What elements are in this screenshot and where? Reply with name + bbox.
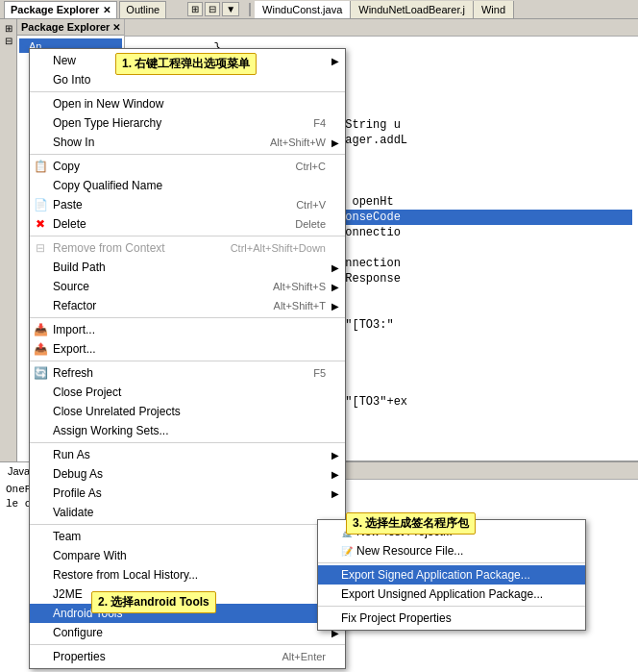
menu-item-open-new-window-label: Open in New Window	[53, 97, 163, 111]
menu-item-team[interactable]: Team ▶	[30, 527, 345, 546]
menu-item-android-tools[interactable]: Android Tools ▶	[30, 604, 345, 623]
submenu-arrow-profile-as: ▶	[331, 488, 339, 499]
submenu-arrow-new: ▶	[331, 56, 339, 66]
toolbar-btn-3[interactable]: ▼	[222, 2, 239, 16]
outline-tab-label: Outline	[126, 4, 160, 15]
submenu-arrow-refactor: ▶	[331, 301, 339, 311]
tab-wind-label: Wind	[481, 4, 505, 15]
menu-item-export-label: Export...	[53, 342, 96, 356]
new-resource-file-icon: 📝	[341, 546, 353, 557]
submenu-item-fix-project[interactable]: Fix Project Properties	[318, 609, 585, 628]
menu-item-remove-context[interactable]: ⊟ Remove from Context Ctrl+Alt+Shift+Dow…	[30, 238, 345, 258]
menu-item-properties[interactable]: Properties Alt+Enter	[30, 647, 345, 666]
separator-v	[249, 3, 251, 16]
menu-item-android-tools-label: Android Tools	[53, 607, 123, 620]
menu-item-copy[interactable]: 📋 Copy Ctrl+C	[30, 157, 345, 176]
android-tools-submenu[interactable]: 🔬 New Test Project... 📝 New Resource Fil…	[317, 519, 586, 631]
menu-item-properties-label: Properties	[53, 650, 106, 663]
menu-item-delete-label: Delete	[53, 217, 86, 231]
submenu-item-fix-project-label: Fix Project Properties	[341, 611, 452, 625]
menu-item-assign-working-sets-label: Assign Working Sets...	[53, 424, 169, 437]
menu-item-validate[interactable]: Validate	[30, 503, 345, 522]
menu-item-delete[interactable]: ✖ Delete Delete	[30, 214, 345, 234]
toolbar-icons: ⊞ ⊟ ▼	[187, 2, 239, 16]
menu-item-source[interactable]: Source Alt+Shift+S ▶	[30, 277, 345, 296]
menu-item-open-type-hierarchy[interactable]: Open Type Hierarchy F4	[30, 113, 345, 133]
export-icon: 📤	[32, 342, 49, 356]
menu-item-remove-context-label: Remove from Context	[53, 241, 165, 255]
submenu-item-new-resource-file[interactable]: 📝 New Resource File...	[318, 541, 585, 560]
left-side-icons: ⊞ ⊟	[0, 19, 17, 461]
menu-item-export[interactable]: 📤 Export...	[30, 339, 345, 359]
shortcut-refactor: Alt+Shift+T	[255, 300, 326, 311]
menu-item-compare-with[interactable]: Compare With ▶	[30, 546, 345, 565]
menu-item-show-in[interactable]: Show In Alt+Shift+W ▶	[30, 133, 345, 152]
tab-windunet-label: WinduNetLoadBearer.j	[358, 4, 465, 15]
context-menu[interactable]: New ▶ Go Into Open in New Window Open Ty…	[29, 48, 346, 669]
menu-item-assign-working-sets[interactable]: Assign Working Sets...	[30, 421, 345, 440]
separator-8	[30, 644, 345, 645]
menu-item-gointo[interactable]: Go Into	[30, 70, 345, 89]
menu-item-debug-as-label: Debug As	[53, 467, 103, 481]
menu-item-open-new-window[interactable]: Open in New Window	[30, 94, 345, 113]
expand-icon[interactable]: ⊟	[5, 36, 12, 46]
shortcut-properties: Alt+Enter	[262, 651, 326, 662]
menu-item-validate-label: Validate	[53, 506, 93, 519]
toolbar-btn-1[interactable]: ⊞	[187, 2, 203, 16]
shortcut-f4: F4	[294, 117, 326, 129]
tab-winduconst[interactable]: WinduConst.java	[255, 1, 351, 18]
top-toolbar: Package Explorer ✕ Outline ⊞ ⊟ ▼ WinduCo…	[0, 0, 638, 19]
menu-item-open-type-hierarchy-label: Open Type Hierarchy	[53, 116, 161, 130]
menu-item-paste-label: Paste	[53, 198, 83, 212]
explorer-close-icon[interactable]: ✕	[112, 22, 120, 33]
menu-item-debug-as[interactable]: Debug As ▶	[30, 464, 345, 484]
submenu-item-export-unsigned[interactable]: Export Unsigned Application Package...	[318, 585, 585, 604]
submenu-item-export-signed-label: Export Signed Application Package...	[341, 568, 530, 582]
menu-item-refactor[interactable]: Refactor Alt+Shift+T ▶	[30, 296, 345, 315]
copy-icon: 📋	[32, 160, 49, 173]
menu-item-import[interactable]: 📥 Import...	[30, 320, 345, 339]
menu-item-compare-with-label: Compare With	[53, 549, 127, 562]
menu-item-run-as[interactable]: Run As ▶	[30, 445, 345, 464]
menu-item-copy-qualified[interactable]: Copy Qualified Name	[30, 176, 345, 195]
menu-item-source-label: Source	[53, 280, 89, 293]
menu-item-build-path[interactable]: Build Path ▶	[30, 258, 345, 277]
explorer-title: Package Explorer	[21, 21, 110, 33]
menu-item-new[interactable]: New ▶	[30, 51, 345, 70]
menu-item-configure[interactable]: Configure ▶	[30, 623, 345, 642]
menu-item-import-label: Import...	[53, 323, 95, 336]
menu-item-refresh[interactable]: 🔄 Refresh F5	[30, 363, 345, 383]
tab-package-explorer[interactable]: Package Explorer ✕	[4, 1, 117, 18]
delete-icon: ✖	[32, 217, 49, 231]
remove-context-icon: ⊟	[32, 241, 49, 255]
menu-item-paste[interactable]: 📄 Paste Ctrl+V	[30, 195, 345, 214]
submenu-item-export-unsigned-label: Export Unsigned Application Package...	[341, 587, 543, 601]
toolbar-btn-2[interactable]: ⊟	[205, 2, 220, 16]
separator-6	[30, 442, 345, 443]
menu-item-gointo-label: Go Into	[53, 73, 90, 87]
submenu-arrow-run-as: ▶	[331, 450, 339, 460]
separator-5	[30, 361, 345, 361]
submenu-item-new-test-project[interactable]: 🔬 New Test Project...	[318, 522, 585, 541]
tab-windunet[interactable]: WinduNetLoadBearer.j	[351, 1, 474, 18]
menu-item-restore-local-history[interactable]: Restore from Local History...	[30, 565, 345, 585]
package-explorer-tab-label: Package Explorer	[11, 4, 99, 15]
shortcut-copy: Ctrl+C	[277, 161, 326, 172]
menu-item-refresh-label: Refresh	[53, 366, 93, 380]
shortcut-delete: Delete	[276, 218, 326, 230]
menu-item-j2me[interactable]: J2ME ▶	[30, 585, 345, 604]
collapse-icon[interactable]: ⊞	[5, 23, 12, 34]
tab-close-icon[interactable]: ✕	[103, 5, 110, 15]
menu-item-close-unrelated[interactable]: Close Unrelated Projects	[30, 402, 345, 421]
menu-item-close-project[interactable]: Close Project	[30, 383, 345, 402]
tab-wind[interactable]: Wind	[474, 1, 514, 18]
refresh-icon: 🔄	[32, 366, 49, 380]
separator-2	[30, 154, 345, 155]
submenu-separator-1	[318, 562, 585, 563]
explorer-panel-header: Package Explorer ✕	[17, 19, 124, 36]
menu-item-profile-as[interactable]: Profile As ▶	[30, 484, 345, 503]
import-icon: 📥	[32, 323, 49, 336]
separator-7	[30, 524, 345, 525]
submenu-item-export-signed[interactable]: Export Signed Application Package...	[318, 565, 585, 585]
tab-outline[interactable]: Outline	[119, 1, 166, 18]
